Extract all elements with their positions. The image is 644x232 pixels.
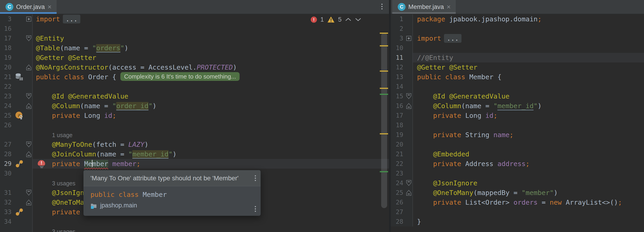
close-icon[interactable]: × — [48, 3, 52, 10]
order-line-20[interactable]: 20@NoArgsConstructor(access = AccessLeve… — [0, 62, 389, 72]
code-text[interactable]: 1 usage — [33, 130, 389, 140]
member-line-16[interactable]: 16 @Column(name = "member_id") — [391, 101, 644, 111]
error-icon[interactable]: ! — [311, 16, 317, 23]
order-line-24[interactable]: 24 @Column(name = "order_id") — [0, 101, 389, 111]
fold-marker-cell[interactable] — [25, 14, 33, 24]
warning-icon[interactable] — [327, 16, 335, 23]
order-line-16[interactable]: 16 — [0, 24, 389, 33]
fold-region-end-icon[interactable] — [406, 190, 412, 196]
code-text[interactable]: @Id @GeneratedValue — [413, 91, 644, 101]
member-line-24[interactable]: 24 @JsonIgnore — [391, 178, 644, 188]
order-line-23[interactable]: 23 @Id @GeneratedValue — [0, 91, 389, 101]
code-text[interactable]: @Column(name = "member_id") — [413, 101, 644, 111]
code-text[interactable] — [33, 120, 389, 130]
member-line-13[interactable]: 13public class Member { — [391, 72, 644, 82]
fold-region-end-icon[interactable] — [26, 103, 32, 109]
code-text[interactable]: @Entity — [33, 33, 389, 43]
jpa-id-key-icon[interactable]: a — [15, 111, 24, 120]
code-text[interactable]: @ManyToOne(fetch = LAZY) — [33, 140, 389, 149]
order-line-26[interactable]: 26 — [0, 120, 389, 130]
usages-inlay-hint[interactable]: 3 usages — [52, 180, 75, 187]
member-line-2[interactable]: 2 — [391, 24, 644, 33]
code-text[interactable]: private Address address; — [413, 159, 644, 169]
usages-inlay-hint[interactable]: 1 usage — [52, 132, 72, 138]
fold-marker-cell[interactable] — [405, 101, 413, 111]
jpa-entity-database-icon[interactable] — [15, 73, 24, 81]
fold-marker-cell[interactable] — [405, 91, 413, 101]
gutter-icon-cell[interactable] — [13, 72, 25, 82]
fold-marker-cell[interactable] — [405, 188, 413, 198]
code-text[interactable]: @JsonIgnore — [413, 178, 644, 188]
gutter-icon-cell[interactable]: a — [13, 111, 25, 120]
usages-inlay-hint[interactable]: 3 usages — [52, 228, 75, 232]
highlighted-identifier[interactable]: Member — [84, 160, 108, 168]
code-text[interactable] — [413, 82, 644, 91]
fold-marker-cell[interactable] — [25, 198, 33, 207]
member-line-28[interactable]: 28} — [391, 217, 644, 227]
code-text[interactable]: @JoinColumn(name = "member_id") — [33, 149, 389, 159]
member-line-1[interactable]: 1package jpabook.jpashop.domain; — [391, 14, 644, 24]
member-line-3[interactable]: 3import... — [391, 33, 644, 43]
code-text[interactable] — [413, 120, 644, 130]
member-line-23[interactable]: 23 — [391, 169, 644, 178]
code-text[interactable]: package jpabook.jpashop.domain; — [413, 14, 644, 24]
fold-region-end-icon[interactable] — [26, 64, 32, 71]
code-text[interactable]: public class Order {Complexity is 6 It's… — [33, 72, 389, 82]
code-text[interactable] — [33, 82, 389, 91]
member-line-27[interactable]: 27 — [391, 207, 644, 217]
order-line-27[interactable]: 27 @ManyToOne(fetch = LAZY) — [0, 140, 389, 149]
code-text[interactable]: } — [413, 217, 644, 227]
code-text[interactable]: ! private Member member; — [33, 159, 389, 169]
fold-marker-cell[interactable] — [25, 33, 33, 43]
fold-marker-cell[interactable] — [25, 140, 33, 149]
code-text[interactable] — [413, 207, 644, 217]
gutter-icon-cell[interactable] — [13, 207, 25, 217]
code-text[interactable] — [413, 140, 644, 149]
member-line-12[interactable]: 12@Getter @Setter — [391, 62, 644, 72]
fold-region-end-icon[interactable] — [26, 199, 32, 206]
member-line-15[interactable]: 15 @Id @GeneratedValue — [391, 91, 644, 101]
order-line-22[interactable]: 22 — [0, 82, 389, 91]
code-text[interactable]: private Long id; — [413, 111, 644, 120]
fold-region-start-icon[interactable] — [26, 93, 32, 100]
kebab-menu-icon[interactable] — [255, 206, 256, 212]
member-line-11[interactable]: 11//@Entity — [391, 53, 644, 62]
gutter-icon-cell[interactable] — [13, 159, 25, 169]
order-line-21[interactable]: 21public class Order {Complexity is 6 It… — [0, 72, 389, 82]
member-line-22[interactable]: 22 private Address address; — [391, 159, 644, 169]
code-text[interactable] — [413, 169, 644, 178]
code-text[interactable]: @NoArgsConstructor(access = AccessLevel.… — [33, 62, 389, 72]
order-line-28[interactable]: 28 @JoinColumn(name = "member_id") — [0, 149, 389, 159]
code-text[interactable] — [413, 24, 644, 33]
fold-marker-cell[interactable] — [25, 149, 33, 159]
fold-marker-cell[interactable] — [25, 188, 33, 198]
fold-marker-cell[interactable] — [25, 101, 33, 111]
order-line-inlay-22[interactable]: 3 usages — [0, 227, 389, 232]
code-text[interactable]: @Column(name = "order_id") — [33, 101, 389, 111]
code-text[interactable] — [33, 217, 389, 227]
member-line-21[interactable]: 21 @Embedded — [391, 149, 644, 159]
code-text[interactable]: import... — [413, 33, 644, 43]
member-line-10[interactable]: 10 — [391, 43, 644, 53]
next-error-chevron-icon[interactable] — [355, 17, 361, 22]
kebab-menu-icon[interactable] — [255, 175, 256, 181]
order-line-25[interactable]: 25a private Long id; — [0, 111, 389, 120]
fold-expand-icon[interactable] — [26, 16, 32, 22]
fold-region-start-icon[interactable] — [406, 93, 412, 100]
code-text[interactable]: @Getter @Setter — [413, 62, 644, 72]
member-line-20[interactable]: 20 — [391, 140, 644, 149]
fold-region-start-icon[interactable] — [406, 180, 412, 186]
prev-error-chevron-icon[interactable] — [345, 17, 352, 22]
member-line-14[interactable]: 14 — [391, 82, 644, 91]
fold-region-start-icon[interactable] — [26, 141, 32, 148]
order-line-34[interactable]: 34 — [0, 217, 389, 227]
order-line-inlay-12[interactable]: 1 usage — [0, 130, 389, 140]
code-text[interactable]: private String name; — [413, 130, 644, 140]
code-text[interactable]: @OneToMany(mappedBy = "member") — [413, 188, 644, 198]
code-text[interactable] — [413, 43, 644, 53]
code-text[interactable]: private List<Order> orders = new ArrayLi… — [413, 198, 644, 207]
fold-marker-cell[interactable] — [405, 178, 413, 188]
tab-member-java[interactable]: C Member.java × — [392, 0, 456, 14]
complexity-badge[interactable]: Complexity is 6 It's time to do somethin… — [120, 72, 240, 81]
order-line-18[interactable]: 18@Table(name = "orders") — [0, 43, 389, 53]
